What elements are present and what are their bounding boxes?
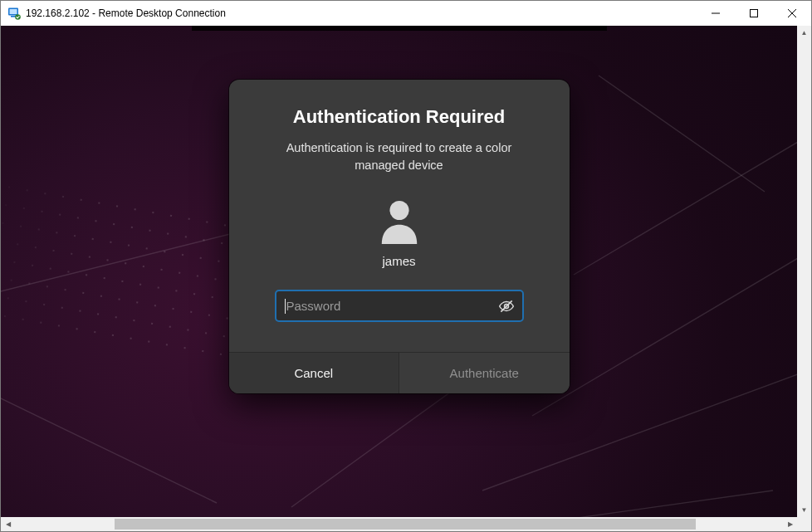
remote-desktop-viewport[interactable]: Authentication Required Authentication i…	[1, 26, 797, 517]
svg-rect-5	[751, 10, 758, 17]
auth-username-label: james	[382, 254, 415, 268]
svg-rect-2	[11, 16, 16, 17]
vertical-scrollbar[interactable]: ▲ ▼	[797, 26, 811, 517]
window-title: 192.168.2.102 - Remote Desktop Connectio…	[26, 7, 226, 19]
cancel-button[interactable]: Cancel	[229, 353, 400, 393]
user-avatar-icon	[377, 198, 422, 246]
svg-line-13	[1, 374, 217, 503]
rdp-window: 192.168.2.102 - Remote Desktop Connectio…	[0, 0, 812, 532]
show-password-icon[interactable]	[497, 297, 516, 315]
svg-line-9	[574, 142, 797, 275]
svg-rect-1	[10, 9, 17, 14]
authenticate-button[interactable]: Authenticate	[399, 353, 570, 393]
svg-point-3	[15, 14, 21, 20]
maximize-button[interactable]	[735, 1, 773, 26]
svg-line-10	[532, 258, 797, 416]
scroll-down-icon[interactable]: ▼	[797, 503, 811, 517]
scrollbar-thumb[interactable]	[115, 519, 696, 530]
rdp-icon	[7, 7, 21, 20]
svg-point-16	[389, 201, 408, 220]
password-input[interactable]	[275, 290, 524, 322]
auth-dialog: Authentication Required Authentication i…	[229, 80, 570, 393]
scroll-up-icon[interactable]: ▲	[797, 26, 811, 40]
ubuntu-desktop-bg: Authentication Required Authentication i…	[1, 26, 797, 517]
close-button[interactable]	[773, 1, 811, 26]
scroll-right-icon[interactable]: ▶	[783, 517, 797, 531]
minimize-button[interactable]	[697, 1, 735, 26]
window-titlebar[interactable]: 192.168.2.102 - Remote Desktop Connectio…	[1, 1, 811, 26]
text-caret	[285, 299, 286, 314]
auth-dialog-message: Authentication is required to create a c…	[267, 139, 532, 174]
scrollbar-corner	[797, 517, 811, 531]
rdp-content-area: Authentication Required Authentication i…	[1, 26, 811, 531]
svg-line-8	[599, 76, 765, 192]
svg-line-14	[1, 225, 267, 300]
svg-line-15	[565, 491, 773, 517]
scroll-left-icon[interactable]: ◀	[1, 517, 15, 531]
auth-dialog-title: Authentication Required	[293, 106, 505, 128]
horizontal-scrollbar[interactable]: ◀ ▶	[1, 517, 797, 531]
scrollbar-track[interactable]	[15, 517, 783, 531]
